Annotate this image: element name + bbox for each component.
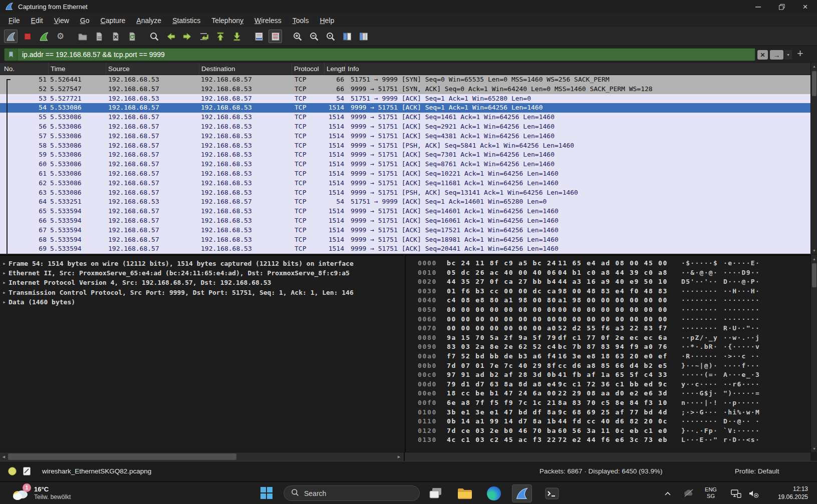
close-button[interactable]: × xyxy=(793,0,817,14)
detail-line[interactable]: ▸Ethernet II, Src: ProxmoxServe_65:e4:ad… xyxy=(0,268,404,278)
detail-line[interactable]: ▸Data (1460 bytes) xyxy=(0,297,404,307)
menu-statistics[interactable]: Statistics xyxy=(167,15,206,26)
profile-selector[interactable]: Profile: Default xyxy=(735,467,779,475)
go-bottom-button[interactable] xyxy=(230,30,243,43)
menu-tools[interactable]: Tools xyxy=(287,15,315,26)
go-to-packet-button[interactable] xyxy=(197,30,210,43)
expand-caret-icon[interactable]: ▸ xyxy=(0,278,9,287)
menu-help[interactable]: Help xyxy=(314,15,340,26)
task-view-button[interactable] xyxy=(426,486,446,501)
scrollbar-thumb[interactable] xyxy=(8,453,236,460)
hex-row[interactable]: 003001 f6 b3 cc 00 00 dc ca98 00 48 83 e… xyxy=(418,287,810,296)
menu-capture[interactable]: Capture xyxy=(95,15,131,26)
onedrive-icon[interactable] xyxy=(683,482,694,504)
detail-line[interactable]: ▸Internet Protocol Version 4, Src: 192.1… xyxy=(0,278,404,287)
save-file-button[interactable] xyxy=(92,30,106,43)
menu-analyze[interactable]: Analyze xyxy=(131,15,167,26)
packet-row[interactable]: 655.533594192.168.68.57192.168.68.53TCP1… xyxy=(0,207,810,216)
hex-row[interactable]: 002044 35 27 0f ca 27 bb b444 a3 16 a9 4… xyxy=(418,277,810,287)
packet-row[interactable]: 605.533086192.168.68.57192.168.68.53TCP1… xyxy=(0,160,810,169)
hex-row[interactable]: 007000 00 00 00 00 00 00 a052 d2 55 f6 a… xyxy=(418,324,810,333)
capture-options-button[interactable]: ⚙ xyxy=(54,30,67,43)
zoom-out-button[interactable] xyxy=(307,30,321,43)
find-packet-button[interactable] xyxy=(147,30,161,43)
bytes-pane-scrollbar[interactable]: ▲ ▼ xyxy=(810,255,817,452)
hex-row[interactable]: 006000 00 00 00 00 00 00 0000 00 00 00 0… xyxy=(418,315,810,324)
expand-caret-icon[interactable]: ▸ xyxy=(0,268,9,278)
edge-browser-button[interactable] xyxy=(484,486,504,501)
go-forward-button[interactable] xyxy=(180,30,194,43)
hex-row[interactable]: 00d079 d1 d7 63 8a 8d a8 e49c c1 72 36 c… xyxy=(418,380,810,389)
display-filter-input[interactable]: ip.addr == 192.168.68.57 && tcp.port == … xyxy=(4,48,755,61)
columns-button[interactable] xyxy=(357,30,370,43)
zoom-original-button[interactable] xyxy=(324,30,337,43)
hex-row[interactable]: 009083 03 2a 8e 2e 62 52 c4bc 7b 87 83 9… xyxy=(418,342,810,352)
stop-capture-button[interactable] xyxy=(21,30,34,43)
hex-row[interactable]: 00f06e a8 7f f5 f9 7c 1c 218a 83 70 c5 8… xyxy=(418,398,810,408)
menu-edit[interactable]: Edit xyxy=(26,15,49,26)
start-capture-button[interactable] xyxy=(4,30,18,43)
packet-row[interactable]: 595.533086192.168.68.57192.168.68.53TCP1… xyxy=(0,150,810,160)
packet-row[interactable]: 635.533086192.168.68.57192.168.68.53TCP1… xyxy=(0,188,810,198)
menu-go[interactable]: Go xyxy=(75,15,95,26)
packet-row[interactable]: 545.533086192.168.68.57192.168.68.53TCP1… xyxy=(0,103,810,113)
hex-row[interactable]: 00809a 15 70 5a 2f 9a 5f 79df c1 77 0f 2… xyxy=(418,333,810,343)
filter-clear-button[interactable]: ✕ xyxy=(757,50,768,60)
menu-view[interactable]: View xyxy=(49,15,75,26)
column-header-length[interactable]: Length xyxy=(325,63,346,75)
packet-row[interactable]: 625.533086192.168.68.57192.168.68.53TCP1… xyxy=(0,179,810,188)
menu-telephony[interactable]: Telephony xyxy=(206,15,249,26)
hex-row[interactable]: 0000bc 24 11 8f c9 a5 bc 2411 65 e4 ad 0… xyxy=(418,259,810,268)
go-top-button[interactable] xyxy=(213,30,227,43)
column-header-no[interactable]: No. xyxy=(0,63,49,75)
packet-row[interactable]: 685.533594192.168.68.57192.168.68.53TCP1… xyxy=(0,235,810,245)
column-header-info[interactable]: Info xyxy=(346,63,810,75)
packet-row[interactable]: 515.526441192.168.68.53192.168.68.57TCP6… xyxy=(0,75,810,85)
hex-row[interactable]: 01304c c1 03 c2 45 ac f3 2272 e2 44 f6 e… xyxy=(418,435,810,445)
minimize-button[interactable] xyxy=(746,0,770,14)
column-header-destination[interactable]: Destination xyxy=(199,63,292,75)
scrollbar-thumb[interactable] xyxy=(812,263,816,287)
scroll-down-icon[interactable]: ▼ xyxy=(811,445,817,452)
tray-chevron[interactable] xyxy=(664,482,671,504)
colorize-packets-button[interactable] xyxy=(268,30,282,43)
language-indicator[interactable]: ENG SG xyxy=(702,482,720,504)
filter-add-button[interactable]: + xyxy=(797,47,803,60)
close-file-button[interactable] xyxy=(109,30,122,43)
expert-info-icon[interactable] xyxy=(8,467,17,475)
restore-button[interactable] xyxy=(770,0,793,14)
packet-row[interactable]: 525.527547192.168.68.57192.168.68.53TCP6… xyxy=(0,85,810,94)
hex-row[interactable]: 00a0f7 52 bd bb de b3 a6 f416 3e e8 18 6… xyxy=(418,352,810,361)
packet-row[interactable]: 535.527721192.168.68.53192.168.68.57TCP5… xyxy=(0,94,810,104)
hex-row[interactable]: 01003b e1 3e e1 47 bd df 8a9c 68 69 25 a… xyxy=(418,408,810,417)
open-file-button[interactable] xyxy=(76,30,89,43)
terminal-button[interactable] xyxy=(542,486,562,501)
hex-row[interactable]: 005000 00 00 00 00 00 00 0000 00 00 00 0… xyxy=(418,305,810,315)
detail-line[interactable]: ▸Frame 54: 1514 bytes on wire (12112 bit… xyxy=(0,259,404,268)
scroll-left-icon[interactable]: ◀ xyxy=(0,452,8,461)
filter-apply-button[interactable]: → xyxy=(770,50,783,60)
menu-file[interactable]: File xyxy=(3,15,26,26)
zoom-in-button[interactable] xyxy=(291,30,304,43)
column-header-protocol[interactable]: Protocol xyxy=(292,63,325,75)
wireshark-taskbar-button[interactable] xyxy=(512,484,532,502)
file-explorer-button[interactable] xyxy=(455,486,475,501)
taskbar-search[interactable]: Search xyxy=(284,485,420,501)
packet-row[interactable]: 575.533086192.168.68.57192.168.68.53TCP1… xyxy=(0,132,810,141)
packet-row[interactable]: 565.533086192.168.68.57192.168.68.53TCP1… xyxy=(0,122,810,132)
expand-caret-icon[interactable]: ▸ xyxy=(0,259,9,268)
scroll-right-icon[interactable]: ▶ xyxy=(395,452,403,461)
filter-bookmark-icon[interactable] xyxy=(5,49,18,61)
expand-caret-icon[interactable]: ▸ xyxy=(0,288,9,297)
resize-columns-button[interactable] xyxy=(340,30,354,43)
weather-widget[interactable]: 1 16°C Teilw. bewölkt xyxy=(11,484,71,502)
restart-capture-button[interactable] xyxy=(37,30,51,43)
reload-file-button[interactable] xyxy=(125,30,139,43)
packet-list-scrollbar[interactable]: ▲ ▼ xyxy=(810,63,817,254)
scroll-up-icon[interactable]: ▲ xyxy=(811,63,817,70)
packet-row[interactable]: 665.533594192.168.68.57192.168.68.53TCP1… xyxy=(0,216,810,226)
packet-row[interactable]: 615.533086192.168.68.57192.168.68.53TCP1… xyxy=(0,169,810,179)
hex-row[interactable]: 0040c4 08 e8 80 a1 98 00 80a1 98 00 00 0… xyxy=(418,296,810,305)
packet-row[interactable]: 675.533594192.168.68.57192.168.68.53TCP1… xyxy=(0,226,810,235)
scrollbar-thumb[interactable] xyxy=(812,71,816,96)
